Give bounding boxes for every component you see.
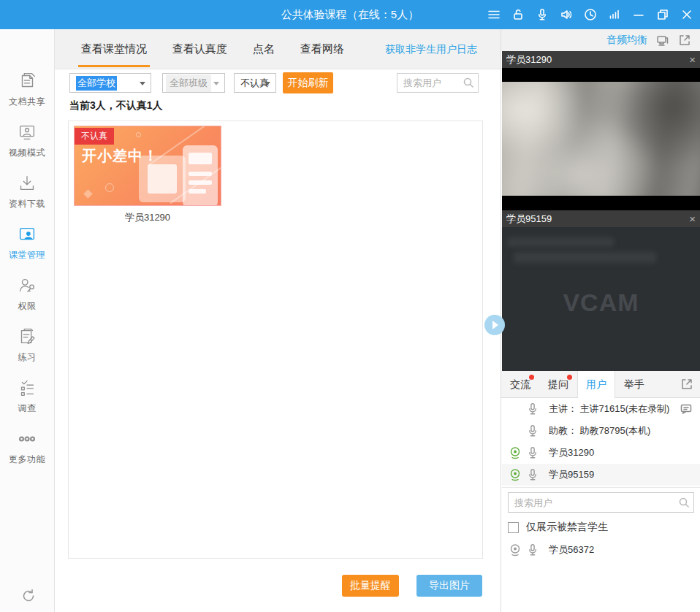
user-row-teacher[interactable]: 主讲： 主讲71615(未在录制)	[502, 398, 700, 420]
mic-icon[interactable]	[526, 446, 539, 459]
search-icon	[678, 497, 690, 508]
video-panel-1: 学员31290 ×	[502, 51, 700, 210]
video2-stream: VCAM	[502, 227, 700, 371]
right-panel-tabs: 交流 提问 用户 举手	[501, 371, 700, 398]
checkbox-unchecked-icon[interactable]	[508, 522, 519, 533]
panel-user-search	[508, 492, 694, 513]
sidebar-item-label: 调查	[0, 402, 54, 415]
phone-illustration	[183, 145, 218, 206]
sidebar-item-label: 文档共享	[0, 96, 54, 108]
menu-icon[interactable]	[485, 6, 503, 23]
distracted-text: 开小差中！	[82, 146, 159, 166]
video1-title-bar: 学员31290 ×	[502, 51, 700, 68]
tab-question[interactable]: 提问	[539, 371, 577, 398]
left-sidebar: 文档共享 视频模式 资料下载 课堂管理 权限 练习 调查 更多功能	[0, 29, 55, 612]
microphone-icon[interactable]	[533, 6, 551, 23]
panel-user-search-input[interactable]	[508, 492, 694, 513]
webcam-on-icon[interactable]	[509, 468, 522, 481]
tab-question-label: 提问	[548, 378, 568, 391]
document-share-icon	[16, 82, 38, 94]
tab-roll-call[interactable]: 点名	[253, 29, 275, 69]
sidebar-item-more[interactable]: 更多功能	[0, 428, 54, 473]
refresh-session-icon[interactable]	[20, 587, 37, 605]
batch-remind-button[interactable]: 批量提醒	[342, 575, 399, 597]
sidebar-item-practice[interactable]: 练习	[0, 326, 54, 371]
chat-message-icon[interactable]	[680, 402, 693, 416]
chevron-down-icon	[140, 82, 145, 85]
download-icon	[16, 184, 38, 196]
restore-icon[interactable]	[654, 6, 672, 23]
video1-stream	[502, 68, 700, 210]
webcam-on-icon[interactable]	[509, 446, 522, 459]
chevron-right-icon	[492, 321, 498, 329]
tab-raise-hand-label: 举手	[624, 378, 644, 391]
vcam-watermark: VCAM	[502, 288, 700, 317]
video2-title: 学员95159	[506, 213, 552, 224]
attendance-status-text: 当前3人，不认真1人	[69, 99, 163, 112]
minimize-icon[interactable]	[630, 6, 647, 23]
mic-icon[interactable]	[526, 402, 539, 416]
video-panel-2: 学员95159 × VCAM	[502, 210, 700, 371]
sidebar-item-label: 权限	[0, 300, 54, 313]
user-row-student-56372[interactable]: 学员56372	[502, 539, 700, 561]
video2-title-bar: 学员95159 ×	[502, 210, 700, 227]
muted-only-filter[interactable]: 仅展示被禁言学生	[508, 520, 608, 535]
right-panel-header: 音频均衡	[501, 29, 700, 51]
deco-circle	[136, 132, 141, 137]
export-image-button[interactable]: 导出图片	[416, 575, 482, 597]
sidebar-item-label: 资料下载	[0, 198, 54, 210]
class-select[interactable]: 全部班级	[162, 73, 225, 93]
muted-only-label: 仅展示被禁言学生	[526, 521, 608, 534]
close-icon[interactable]: ×	[689, 51, 696, 68]
sidebar-item-survey[interactable]: 调查	[0, 377, 54, 422]
unlock-icon[interactable]	[509, 6, 527, 23]
speaker-icon[interactable]	[558, 6, 575, 23]
sidebar-item-video-mode[interactable]: 视频模式	[0, 121, 54, 167]
sidebar-item-permission[interactable]: 权限	[0, 275, 54, 320]
deco-circle	[105, 183, 114, 192]
screen-broadcast-icon[interactable]	[656, 34, 669, 47]
network-signal-icon[interactable]	[606, 6, 623, 23]
mic-icon[interactable]	[526, 543, 539, 556]
tab-network[interactable]: 查看网络	[300, 29, 344, 69]
tab-attention-level[interactable]: 查看认真度	[172, 29, 227, 69]
close-icon[interactable]: ×	[689, 210, 696, 227]
classroom-manage-icon	[16, 235, 38, 248]
tab-raise-hand[interactable]: 举手	[615, 371, 653, 398]
user-row-assistant[interactable]: 助教： 助教78795(本机)	[502, 420, 700, 442]
mic-icon[interactable]	[526, 468, 539, 481]
sidebar-item-download[interactable]: 资料下载	[0, 172, 54, 218]
close-icon[interactable]	[678, 6, 696, 23]
student-card[interactable]: 不认真 开小差中！ 学员31290	[74, 126, 223, 224]
deco-diamond	[83, 189, 93, 199]
mic-icon[interactable]	[526, 424, 539, 437]
audio-balance-link[interactable]: 音频均衡	[606, 34, 647, 47]
attention-select[interactable]: 不认真	[234, 73, 276, 93]
popout-tabs-icon[interactable]	[680, 378, 693, 391]
tab-users-label: 用户	[586, 378, 606, 391]
panel-collapse-toggle[interactable]	[484, 315, 505, 335]
sidebar-item-label: 课堂管理	[0, 249, 54, 261]
title-bar: 公共体验课程（在线：5人）	[0, 0, 700, 29]
start-refresh-button[interactable]: 开始刷新	[283, 72, 333, 93]
video1-title: 学员31290	[506, 54, 552, 65]
user-row-student-31290[interactable]: 学员31290	[502, 442, 700, 464]
student-card-list: 不认真 开小差中！ 学员31290	[68, 121, 483, 559]
sidebar-item-doc-share[interactable]: 文档共享	[0, 70, 54, 115]
fetch-nonstudent-log-link[interactable]: 获取非学生用户日志	[385, 29, 477, 69]
sidebar-item-classroom-manage[interactable]: 课堂管理	[0, 223, 54, 269]
tab-users[interactable]: 用户	[577, 371, 615, 398]
user-search	[397, 73, 479, 93]
user-name: 助教： 助教78795(本机)	[549, 420, 650, 442]
tab-classroom-status[interactable]: 查看课堂情况	[81, 29, 147, 69]
tab-chat[interactable]: 交流	[501, 371, 539, 398]
webcam-off-icon[interactable]	[509, 543, 522, 556]
user-row-student-95159[interactable]: 学员95159	[502, 464, 700, 486]
popout-window-icon[interactable]	[678, 34, 691, 47]
permission-icon	[16, 286, 38, 299]
school-select-value: 全部学校	[76, 76, 117, 91]
school-select[interactable]: 全部学校	[69, 73, 151, 93]
titlebar-icons	[485, 0, 696, 29]
inattentive-badge: 不认真	[75, 128, 114, 145]
clock-icon[interactable]	[582, 6, 599, 23]
